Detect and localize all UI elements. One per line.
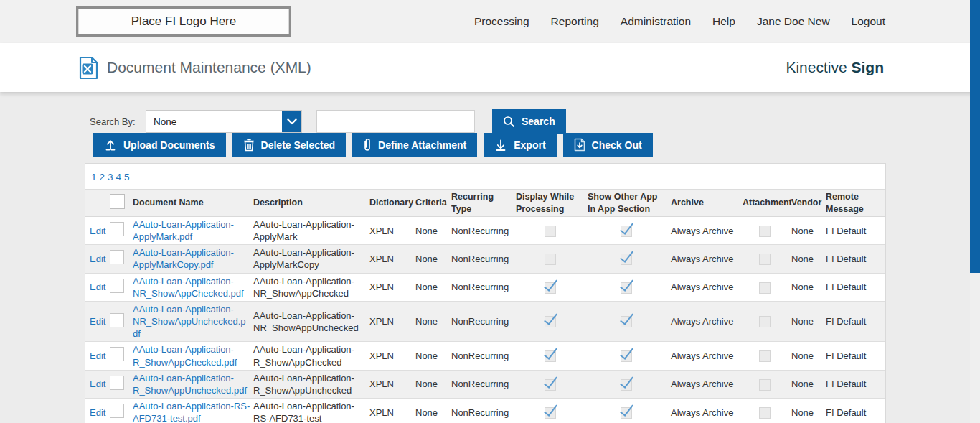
document-name-link[interactable]: AAuto-Loan-Application-NR_ShowAppChecked… — [133, 276, 244, 299]
document-name-link[interactable]: AAuto-Loan-Application-R_ShowAppUnchecke… — [133, 373, 247, 396]
description-cell: AAuto-Loan-Application-ApplyMarkCopy — [253, 245, 369, 273]
edit-link[interactable]: Edit — [90, 378, 105, 389]
brand-logo: Kinective Sign — [786, 59, 884, 76]
page-link-5[interactable]: 5 — [124, 172, 130, 182]
checkout-document-icon — [574, 138, 585, 152]
row-select-checkbox[interactable] — [110, 376, 124, 390]
search-by-dropdown-value: None — [146, 111, 282, 132]
show-other-app-checkbox — [621, 282, 632, 294]
table-row: Edit AAuto-Loan-Application-ApplyMark.pd… — [85, 217, 885, 245]
documents-table: Document Name Description Dictionary Cri… — [85, 189, 885, 423]
criteria-cell: None — [415, 342, 451, 370]
display-while-processing-checkbox — [545, 282, 556, 294]
attachment-checkbox — [759, 407, 771, 419]
document-name-link[interactable]: AAuto-Loan-Application-ApplyMark.pdf — [133, 219, 234, 242]
remote-message-cell: FI Default — [824, 273, 885, 301]
page-scrollbar-thumb[interactable] — [970, 0, 980, 273]
edit-link[interactable]: Edit — [90, 254, 105, 264]
row-select-checkbox[interactable] — [110, 250, 124, 264]
attachment-checkbox — [759, 379, 771, 391]
nav-item-user[interactable]: Jane Doe New — [757, 15, 830, 28]
attachment-checkbox — [759, 254, 771, 265]
vendor-cell: None — [790, 342, 824, 370]
define-attachment-button[interactable]: Define Attachment — [352, 133, 477, 157]
select-all-checkbox[interactable] — [110, 194, 125, 209]
delete-selected-button[interactable]: Delete Selected — [232, 133, 347, 157]
dictionary-cell: XPLN — [369, 273, 415, 301]
column-header-recurring-type: Recurring Type — [451, 190, 516, 217]
page-link-1[interactable]: 1 — [91, 172, 97, 182]
chevron-down-icon[interactable] — [282, 111, 301, 132]
criteria-cell: None — [415, 245, 451, 273]
toolbar: Upload Documents Delete Selected Define … — [93, 133, 980, 157]
column-header-show-other-app: Show Other App In App Section — [588, 190, 668, 217]
nav-item-logout[interactable]: Logout — [852, 15, 885, 28]
search-button[interactable]: Search — [492, 109, 566, 134]
search-input[interactable] — [316, 110, 475, 133]
dictionary-cell: XPLN — [369, 217, 415, 245]
remote-message-cell: FI Default — [824, 399, 885, 423]
dictionary-cell: XPLN — [369, 370, 415, 398]
edit-link[interactable]: Edit — [90, 282, 105, 292]
row-select-checkbox[interactable] — [110, 347, 124, 361]
criteria-cell: None — [415, 217, 451, 245]
criteria-cell: None — [415, 370, 451, 398]
trash-icon — [243, 139, 255, 152]
dictionary-cell: XPLN — [369, 301, 415, 341]
remote-message-cell: FI Default — [824, 217, 885, 245]
show-other-app-checkbox — [621, 350, 632, 362]
archive-cell: Always Archive — [668, 370, 743, 398]
upload-documents-button[interactable]: Upload Documents — [93, 133, 226, 157]
page-link-3[interactable]: 3 — [108, 172, 113, 182]
document-name-link[interactable]: AAuto-Loan-Application-ApplyMarkCopy.pdf — [133, 247, 234, 270]
upload-documents-label: Upload Documents — [123, 139, 215, 151]
document-name-link[interactable]: AAuto-Loan-Application-NR_ShowAppUncheck… — [133, 304, 246, 339]
pagination: 12345 — [85, 164, 885, 189]
row-select-checkbox[interactable] — [110, 222, 124, 236]
row-select-checkbox[interactable] — [110, 279, 124, 293]
download-icon — [494, 139, 507, 152]
define-attachment-label: Define Attachment — [378, 139, 466, 151]
document-name-link[interactable]: AAuto-Loan-Application-RS-AFD731-test.pd… — [133, 401, 250, 423]
archive-cell: Always Archive — [668, 301, 743, 341]
remote-message-cell: FI Default — [824, 370, 885, 398]
nav-item-reporting[interactable]: Reporting — [551, 15, 599, 28]
edit-link[interactable]: Edit — [90, 407, 105, 418]
remote-message-cell: FI Default — [824, 245, 885, 273]
row-select-checkbox[interactable] — [110, 404, 124, 418]
page-link-2[interactable]: 2 — [100, 172, 105, 182]
display-while-processing-checkbox — [545, 226, 556, 237]
fi-logo-text: Place FI Logo Here — [131, 14, 236, 29]
show-other-app-checkbox — [621, 379, 632, 391]
edit-column-header — [85, 190, 110, 217]
table-row: Edit AAuto-Loan-Application-NR_ShowAppCh… — [85, 273, 885, 301]
edit-link[interactable]: Edit — [90, 350, 105, 361]
page-scrollbar-track[interactable] — [970, 0, 980, 423]
nav-item-processing[interactable]: Processing — [474, 15, 529, 28]
table-header-row: Document Name Description Dictionary Cri… — [85, 190, 885, 217]
table-row: Edit AAuto-Loan-Application-R_ShowAppUnc… — [85, 370, 885, 398]
nav-item-help[interactable]: Help — [712, 15, 735, 28]
display-while-processing-checkbox — [545, 379, 556, 391]
recurring-type-cell: NonRecurring — [451, 217, 516, 245]
page-header: Document Maintenance (XML) Kinective Sig… — [0, 43, 980, 92]
check-out-label: Check Out — [592, 139, 642, 151]
show-other-app-checkbox — [621, 226, 632, 237]
check-out-button[interactable]: Check Out — [563, 133, 653, 157]
archive-cell: Always Archive — [668, 342, 743, 370]
edit-link[interactable]: Edit — [90, 316, 105, 327]
dictionary-cell: XPLN — [369, 245, 415, 273]
edit-link[interactable]: Edit — [90, 226, 105, 236]
display-while-processing-checkbox — [545, 254, 556, 265]
table-row: Edit AAuto-Loan-Application-R_ShowAppChe… — [85, 342, 885, 370]
search-by-dropdown[interactable]: None — [146, 110, 302, 133]
nav-item-administration[interactable]: Administration — [621, 15, 691, 28]
page-link-4[interactable]: 4 — [116, 172, 122, 182]
criteria-cell: None — [415, 273, 451, 301]
export-button[interactable]: Export — [484, 133, 556, 157]
show-other-app-checkbox — [621, 316, 632, 327]
recurring-type-cell: NonRecurring — [451, 342, 516, 370]
row-select-checkbox[interactable] — [110, 313, 124, 327]
column-header-archive: Archive — [668, 190, 743, 217]
document-name-link[interactable]: AAuto-Loan-Application-R_ShowAppChecked.… — [133, 344, 237, 367]
